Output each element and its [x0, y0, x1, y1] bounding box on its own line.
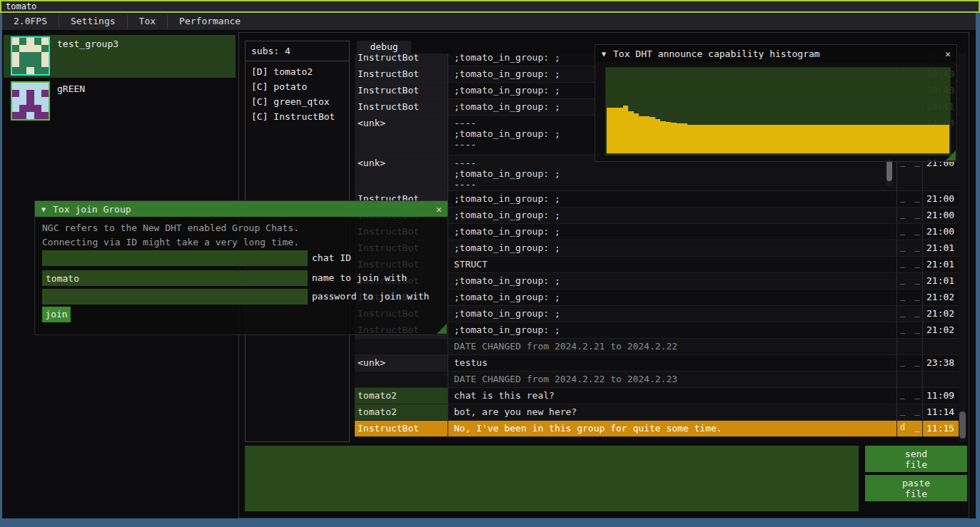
- resize-grip-icon[interactable]: [437, 324, 447, 334]
- avatar-pixel: [12, 83, 19, 90]
- histogram-bar: [885, 125, 891, 153]
- message-sender[interactable]: <unk>: [355, 116, 448, 155]
- collapse-arrow-icon[interactable]: ▼: [595, 50, 613, 58]
- message-sender[interactable]: tomato2: [355, 404, 448, 420]
- contact-row-gREEN[interactable]: gREEN: [4, 80, 236, 123]
- menu-item-tox[interactable]: Tox: [128, 14, 167, 30]
- chat-row[interactable]: tomato2chat is this real?_ _11:09: [355, 388, 959, 404]
- message-status: [896, 372, 922, 387]
- histogram-bar: [848, 125, 854, 153]
- resize-grip-icon[interactable]: [946, 150, 956, 160]
- chat-system-row[interactable]: DATE CHANGED from 2024.2.22 to 2024.2.23: [355, 372, 959, 388]
- avatar-pixel: [41, 112, 49, 119]
- avatar-pixel: [26, 60, 34, 67]
- message-sender[interactable]: InstructBot: [355, 53, 448, 66]
- message-text: ;tomato_in_group: ;: [448, 290, 896, 305]
- fps-indicator: 2.0FPS: [2, 14, 59, 30]
- avatar-pixel: [19, 97, 26, 104]
- avatar-pixel: [12, 112, 19, 119]
- avatar-pixel: [26, 112, 34, 119]
- message-sender[interactable]: InstructBot: [355, 66, 448, 82]
- join-password-label: password to join with: [308, 289, 429, 305]
- message-timestamp: [922, 339, 958, 354]
- chat-system-row[interactable]: DATE CHANGED from 2024.2.21 to 2024.2.22: [355, 339, 959, 355]
- tab-debug[interactable]: debug: [357, 41, 411, 53]
- chat-row[interactable]: InstructBotNo, I've been in this group f…: [355, 421, 959, 437]
- histogram-bar: [655, 119, 661, 153]
- close-icon[interactable]: ✕: [939, 48, 956, 59]
- histogram-bar: [859, 125, 864, 153]
- chat-scrollbar[interactable]: [959, 53, 966, 442]
- member-row-tomato2[interactable]: [D] tomato2: [246, 64, 349, 79]
- chat-row[interactable]: tomato2bot, are you new here?_ _11:14: [355, 404, 959, 421]
- message-status: _ _: [896, 404, 922, 420]
- histogram-bar: [934, 125, 939, 153]
- histogram-bar: [805, 125, 811, 153]
- histogram-bar: [628, 111, 634, 154]
- chat-id-input[interactable]: [42, 250, 308, 266]
- chat-scrollbar-thumb[interactable]: [959, 411, 966, 439]
- collapse-arrow-icon[interactable]: ▼: [35, 205, 53, 213]
- member-row-InstructBot[interactable]: [C] InstructBot: [246, 109, 349, 124]
- avatar-pixel: [26, 38, 34, 45]
- message-timestamp: 11:15: [922, 421, 958, 436]
- avatar-pixel: [12, 105, 19, 112]
- message-scrollbar-thumb[interactable]: [886, 160, 892, 181]
- close-icon[interactable]: ✕: [430, 204, 448, 215]
- join-name-label: name to join with: [308, 270, 407, 286]
- message-timestamp: 21:02: [922, 322, 958, 338]
- avatar-pixel: [19, 60, 26, 67]
- window-titlebar[interactable]: tomato: [0, 0, 980, 13]
- avatar-pixel: [41, 45, 49, 52]
- histogram-bar: [741, 125, 747, 153]
- message-text: ;tomato_in_group: ;: [448, 322, 896, 338]
- chat-row[interactable]: <unk>testus_ _23:38: [355, 355, 959, 372]
- join-password-input[interactable]: [42, 289, 308, 305]
- histogram-bar: [698, 125, 704, 153]
- send-file-button[interactable]: send file: [865, 446, 967, 472]
- message-sender[interactable]: <unk>: [355, 355, 448, 371]
- avatar-pixel: [41, 52, 49, 59]
- paste-file-button[interactable]: paste file: [865, 475, 967, 501]
- message-sender[interactable]: tomato2: [355, 388, 448, 404]
- histogram-bar: [617, 108, 623, 153]
- message-sender[interactable]: InstructBot: [355, 83, 448, 98]
- contact-name: test_group3: [57, 39, 118, 49]
- join-name-input[interactable]: [42, 270, 308, 286]
- menu-item-settings[interactable]: Settings: [59, 14, 127, 30]
- avatar-pixel: [41, 97, 49, 104]
- message-timestamp: 11:14: [922, 404, 958, 420]
- join-button[interactable]: join: [42, 307, 71, 322]
- avatar-pixel: [34, 67, 41, 74]
- avatar-pixel: [19, 45, 26, 52]
- message-status: _ _: [896, 273, 922, 289]
- menu-item-performance[interactable]: Performance: [168, 14, 252, 30]
- message-input[interactable]: [245, 446, 859, 511]
- message-scrollbar[interactable]: [886, 158, 892, 187]
- system-message-text: DATE CHANGED from 2024.2.21 to 2024.2.22: [448, 339, 896, 354]
- histogram-bar: [677, 123, 682, 153]
- dht-histogram-plot[interactable]: [605, 67, 951, 155]
- message-status: d _: [896, 421, 922, 436]
- message-text: bot, are you new here?: [448, 404, 896, 420]
- histogram-bar: [703, 125, 709, 153]
- dht-histogram-titlebar[interactable]: ▼ Tox DHT announce capability histogram …: [595, 45, 956, 62]
- message-sender[interactable]: <unk>: [355, 155, 448, 190]
- member-row-green_qtox[interactable]: [C] green_qtox: [246, 94, 349, 109]
- message-sender[interactable]: InstructBot: [355, 99, 448, 115]
- dht-histogram-title: Tox DHT announce capability histogram: [613, 48, 939, 59]
- message-status: _ _: [896, 191, 922, 207]
- contact-name: gREEN: [57, 83, 85, 94]
- subs-header: subs: 4: [246, 41, 349, 59]
- message-sender[interactable]: InstructBot: [355, 421, 448, 436]
- join-group-titlebar[interactable]: ▼ Tox join Group ✕: [35, 201, 448, 217]
- member-row-potato[interactable]: [C] potato: [246, 79, 349, 94]
- histogram-bar: [944, 125, 950, 153]
- avatar-pixel: [34, 83, 41, 90]
- message-text: testus: [448, 355, 896, 371]
- avatar-pixel: [26, 45, 34, 52]
- message-status: _ _: [896, 290, 922, 305]
- avatar-pixel: [41, 90, 49, 97]
- contact-row-test_group3[interactable]: test_group3: [4, 35, 236, 78]
- histogram-bar: [687, 125, 693, 153]
